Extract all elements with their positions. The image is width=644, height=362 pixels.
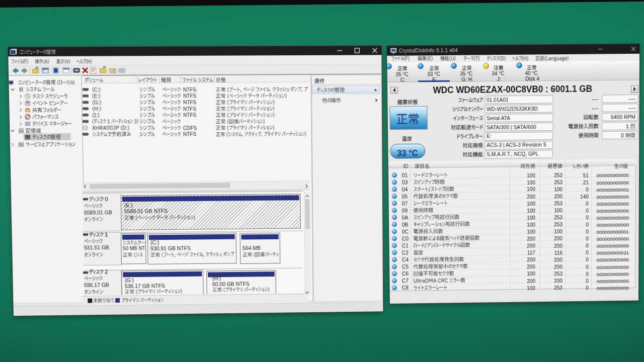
svg-text:NTFS: NTFS [183,94,196,99]
svg-text:000000000000: 000000000000 [597,215,629,221]
svg-text:200: 200 [527,236,535,242]
svg-text:50 MB NT: 50 MB NT [123,246,145,251]
svg-text:07: 07 [402,200,408,206]
svg-text:33 °C: 33 °C [427,71,440,77]
svg-text:564 MB: 564 MB [243,245,261,251]
svg-text:253: 253 [554,179,562,185]
svg-text:G: H:: G: H: [461,76,473,82]
svg-text:33 °C: 33 °C [397,148,418,158]
svg-text:C4: C4 [402,256,409,262]
svg-text:596.17 GB: 596.17 GB [84,282,109,288]
svg-text:C:: C: [400,77,406,82]
svg-text:253: 253 [554,201,562,206]
svg-text:C6: C6 [402,270,409,277]
svg-text:000000000000: 000000000000 [597,257,629,263]
svg-text:WDC WD60EZAX-00C8VB0 : 6001.1: WDC WD60EZAX-00C8VB0 : 6001.1 GB [433,84,592,96]
svg-text:ACS-3 | ACS-3 Revision 5: ACS-3 | ACS-3 Revision 5 [487,142,546,148]
svg-text:100: 100 [527,222,535,227]
svg-text:0C: 0C [402,228,409,234]
svg-text:100: 100 [554,229,562,234]
svg-text:01.01A01: 01.01A01 [487,97,509,103]
svg-text:5589.01 GB: 5589.01 GB [84,209,112,215]
svg-text:000000000008: 000000000008 [597,243,629,249]
svg-text:ID: ID [403,163,409,169]
svg-text:NTFS: NTFS [183,113,196,118]
svg-text:0A: 0A [402,214,409,220]
svg-text:253: 253 [554,286,562,291]
svg-text:200: 200 [527,279,535,284]
svg-text:C5: C5 [402,263,409,269]
svg-text:100: 100 [527,172,535,178]
svg-text:0: 0 [586,187,589,192]
svg-text:000000000000: 000000000000 [597,180,629,186]
svg-text:000000000021: 000000000021 [597,250,629,256]
svg-text:000000000000: 000000000000 [597,201,629,207]
svg-text:Serial ATA: Serial ATA [487,115,510,121]
svg-text:(E:): (E:) [124,202,133,208]
svg-text:200: 200 [554,236,562,242]
svg-text:E:: E: [432,77,437,82]
svg-text:200: 200 [527,194,535,200]
svg-text:100: 100 [554,187,562,192]
svg-text:000000000000: 000000000000 [597,286,629,291]
svg-text:0: 0 [586,243,589,248]
svg-text:116: 116 [554,250,562,255]
svg-text:C7: C7 [402,278,409,284]
svg-text:253: 253 [554,222,562,227]
svg-text:100: 100 [554,208,562,213]
svg-text:0: 0 [586,215,589,221]
svg-text:0: 0 [586,222,589,228]
svg-text:253: 253 [554,271,562,277]
svg-text:C1: C1 [402,242,409,248]
svg-text:200: 200 [554,243,562,249]
svg-text:----: ---- [628,96,635,102]
svg-text:000000000000: 000000000000 [597,264,629,270]
svg-text:NTFS: NTFS [183,132,196,137]
svg-text:930.91 GB NTFS: 930.91 GB NTFS [150,245,191,252]
svg-text:----: ---- [628,105,635,111]
svg-text:200: 200 [554,279,562,284]
svg-text:100: 100 [527,215,535,221]
svg-text:5400 RPM: 5400 RPM [611,114,635,120]
svg-text:140: 140 [580,194,589,199]
svg-text:0: 0 [586,272,589,277]
svg-text:000000000000: 000000000000 [597,279,629,284]
svg-text:04: 04 [402,186,408,192]
svg-text:200: 200 [527,264,535,270]
svg-text:60.00 GB NTFS: 60.00 GB NTFS [212,281,250,287]
svg-text:51: 51 [583,172,589,178]
svg-text:03: 03 [402,179,408,185]
svg-text:21: 21 [583,179,589,185]
svg-text:(C:): (C:) [150,240,159,246]
svg-text:000000000000: 000000000000 [597,272,629,277]
svg-text:000000000002: 000000000002 [597,187,629,193]
svg-text:CDFS: CDFS [183,125,197,131]
svg-text:C2: C2 [402,249,409,255]
svg-text:200: 200 [554,257,562,263]
svg-text:CrystalDiskInfo 9.1.1 x64: CrystalDiskInfo 9.1.1 x64 [399,47,458,54]
svg-text:100: 100 [527,208,535,213]
svg-text:05: 05 [402,193,408,199]
svg-text:5589.01 GB NTFS: 5589.01 GB NTFS [124,208,168,215]
svg-text:117: 117 [527,250,535,256]
svg-text:536.17 GB NTFS: 536.17 GB NTFS [125,283,165,289]
svg-text:200: 200 [554,264,562,270]
svg-text:01: 01 [402,172,408,178]
svg-text:0: 0 [586,250,589,256]
svg-text:J:: J: [497,76,501,82]
svg-text:000000000000: 000000000000 [597,222,629,228]
svg-text:09: 09 [402,207,408,213]
svg-text:S.M.A.R.T., NCQ, GPL: S.M.A.R.T., NCQ, GPL [487,151,539,157]
svg-text:(G:): (G:) [125,277,134,283]
svg-text:C8: C8 [402,285,409,291]
svg-text:200: 200 [554,194,562,200]
svg-text:E:: E: [487,134,492,139]
svg-text:0: 0 [586,201,589,207]
svg-text:34 °C: 34 °C [492,71,504,76]
svg-text:931.51 GB: 931.51 GB [84,244,109,250]
svg-text:0: 0 [586,208,589,213]
svg-text:Disk 4: Disk 4 [525,76,539,81]
svg-text:NTFS: NTFS [183,87,196,93]
svg-text:100: 100 [527,229,535,235]
svg-text:0: 0 [586,264,589,270]
